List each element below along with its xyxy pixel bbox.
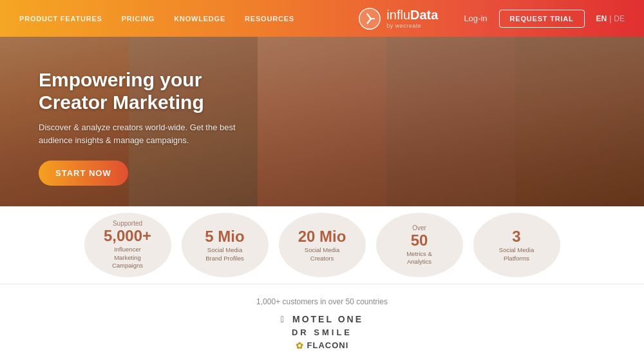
language-switcher: EN | DE: [596, 14, 625, 23]
brand-logos: 𝒠 MOTEL ONE DR SMILE ✿ flaconi: [281, 314, 363, 351]
nav-product-features[interactable]: PRODUCT FEATURES: [19, 15, 102, 23]
stat-5: 3 Social MediaPlatforms: [473, 213, 560, 277]
stat-3-number: 20 Mio: [298, 229, 346, 244]
stat-2-bottom-label: Social MediaBrand Profiles: [205, 246, 244, 262]
nav-links: PRODUCT FEATURES PRICING KNOWLEDGE RESOU…: [19, 15, 332, 23]
stat-1-bottom-label: InfluencerMarketingCampaigns: [112, 246, 143, 270]
stat-3: 20 Mio Social MediaCreators: [279, 213, 366, 277]
stat-4-top-label: Over: [412, 224, 426, 231]
stat-1-number: 5,000+: [104, 228, 151, 244]
stat-4: Over 50 Metrics &Analytics: [376, 213, 463, 277]
hero-subtitle: Discover & analyze creators world-wide. …: [39, 121, 258, 146]
hero-content: Empowering your Creator Marketing Discov…: [39, 69, 258, 186]
lang-en[interactable]: EN: [596, 14, 607, 23]
stat-5-bottom-label: Social MediaPlatforms: [499, 246, 534, 262]
stat-2: 5 Mio Social MediaBrand Profiles: [182, 213, 269, 277]
logo-text: influData: [386, 8, 438, 22]
stat-5-number: 3: [512, 229, 520, 244]
nav-knowledge[interactable]: KNOWLEDGE: [174, 15, 225, 23]
customers-section: 1,000+ customers in over 50 countries 𝒠 …: [0, 284, 644, 363]
stat-3-bottom-label: Social MediaCreators: [305, 246, 339, 262]
nav-pricing[interactable]: PRICING: [122, 15, 155, 23]
stats-section: Supported 5,000+ InfluencerMarketingCamp…: [0, 206, 644, 284]
stat-1: Supported 5,000+ InfluencerMarketingCamp…: [84, 213, 171, 277]
brand-flaconi: ✿ flaconi: [296, 340, 349, 351]
hero-title: Empowering your Creator Marketing: [39, 69, 258, 113]
lang-de[interactable]: DE: [614, 14, 625, 23]
brand-motel-one: 𝒠 MOTEL ONE: [281, 314, 363, 324]
navbar: PRODUCT FEATURES PRICING KNOWLEDGE RESOU…: [0, 0, 644, 37]
brand-dr-smile: DR SMILE: [292, 328, 352, 337]
start-now-button[interactable]: START NOW: [39, 161, 128, 186]
login-link[interactable]: Log-in: [464, 14, 487, 23]
nav-right: Log-in REQUEST TRIAL EN | DE: [464, 10, 625, 28]
nav-resources[interactable]: RESOURCES: [245, 15, 294, 23]
infludata-logo-icon: [358, 7, 381, 30]
stat-4-bottom-label: Metrics &Analytics: [406, 250, 432, 266]
logo[interactable]: influData by wecreate: [358, 7, 438, 30]
stat-4-number: 50: [411, 233, 428, 248]
svg-point-0: [359, 8, 380, 28]
logo-byline: by wecreate: [386, 23, 438, 29]
stat-1-top-label: Supported: [113, 220, 142, 227]
stat-2-number: 5 Mio: [205, 229, 244, 244]
customers-tagline: 1,000+ customers in over 50 countries: [256, 297, 388, 306]
flaconi-leaf-icon: ✿: [296, 340, 304, 351]
request-trial-button[interactable]: REQUEST TRIAL: [499, 10, 585, 28]
